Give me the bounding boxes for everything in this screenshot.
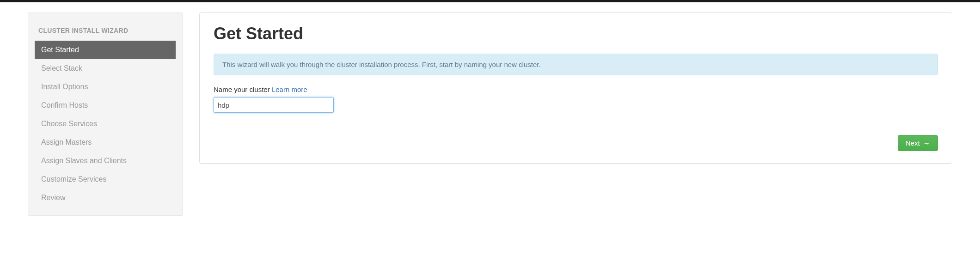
- page-title: Get Started: [214, 24, 938, 43]
- step-confirm-hosts[interactable]: Confirm Hosts: [35, 96, 176, 115]
- step-label: Assign Masters: [41, 138, 92, 146]
- arrow-right-icon: →: [923, 139, 930, 147]
- info-alert: This wizard will walk you through the cl…: [214, 54, 938, 75]
- wizard-container: CLUSTER INSTALL WIZARD Get Started Selec…: [0, 2, 980, 216]
- step-select-stack[interactable]: Select Stack: [35, 59, 176, 78]
- step-assign-masters[interactable]: Assign Masters: [35, 133, 176, 152]
- step-choose-services[interactable]: Choose Services: [35, 115, 176, 133]
- step-review[interactable]: Review: [35, 189, 176, 207]
- wizard-steps-list: Get Started Select Stack Install Options…: [35, 41, 176, 207]
- wizard-main-panel: Get Started This wizard will walk you th…: [199, 12, 952, 164]
- step-label: Get Started: [41, 46, 79, 54]
- step-customize-services[interactable]: Customize Services: [35, 170, 176, 189]
- step-label: Install Options: [41, 83, 88, 91]
- step-install-options[interactable]: Install Options: [35, 78, 176, 96]
- step-label: Customize Services: [41, 175, 106, 183]
- cluster-name-input[interactable]: [214, 97, 334, 113]
- step-label: Review: [41, 194, 65, 202]
- step-label: Choose Services: [41, 120, 97, 128]
- cluster-name-label: Name your cluster: [214, 86, 270, 93]
- wizard-sidebar: CLUSTER INSTALL WIZARD Get Started Selec…: [28, 12, 183, 216]
- next-button-label: Next: [906, 139, 920, 147]
- info-alert-text: This wizard will walk you through the cl…: [222, 61, 541, 68]
- cluster-name-label-row: Name your cluster Learn more: [214, 86, 938, 93]
- step-assign-slaves-clients[interactable]: Assign Slaves and Clients: [35, 152, 176, 170]
- next-button[interactable]: Next →: [898, 135, 938, 151]
- learn-more-link[interactable]: Learn more: [272, 86, 307, 93]
- step-label: Select Stack: [41, 64, 82, 72]
- step-label: Assign Slaves and Clients: [41, 157, 127, 165]
- button-row: Next →: [214, 135, 938, 151]
- step-get-started[interactable]: Get Started: [35, 41, 176, 59]
- sidebar-title: CLUSTER INSTALL WIZARD: [35, 21, 176, 41]
- step-label: Confirm Hosts: [41, 101, 88, 109]
